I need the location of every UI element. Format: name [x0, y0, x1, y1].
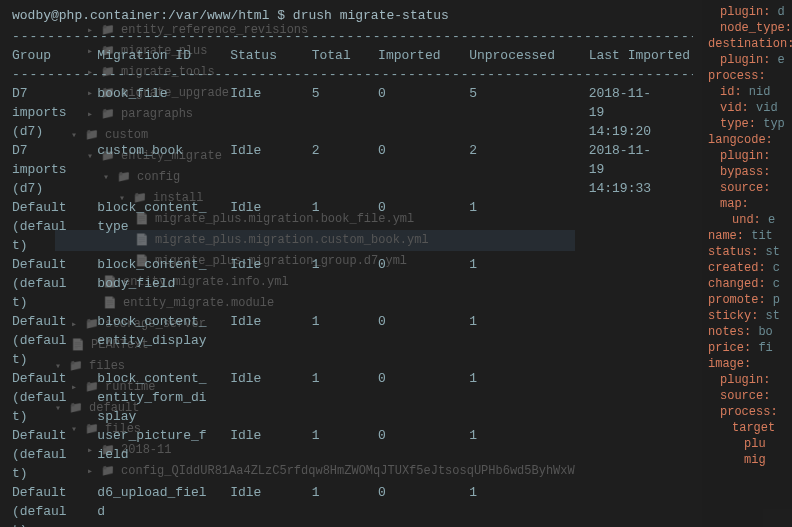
table-row: Defaultblock_content_Idle101 — [12, 371, 693, 386]
yaml-value: bo — [751, 325, 773, 339]
table-row: (defaulbody_field — [12, 276, 693, 291]
yaml-key: sticky: — [708, 309, 758, 323]
yaml-line: source: — [708, 180, 786, 196]
yaml-key: image: — [708, 357, 751, 371]
yaml-value: st — [758, 245, 780, 259]
table-row: t)splay — [12, 409, 693, 424]
yaml-key: langcode: — [708, 133, 773, 147]
yaml-value: e — [770, 53, 784, 67]
yaml-key: process: — [720, 405, 778, 419]
table-row: (defaulentity_form_di — [12, 390, 693, 405]
terminal[interactable]: wodby@php.container:/var/www/html $ drus… — [0, 0, 705, 527]
yaml-key: price: — [708, 341, 751, 355]
table-row: D7custom_bookIdle2022018-11- — [12, 143, 693, 158]
table-row: Defaultblock_content_Idle101 — [12, 257, 693, 272]
table-row: t) — [12, 295, 693, 310]
yaml-value: typ — [756, 117, 785, 131]
table-row: Defaultuser_picture_fIdle101 — [12, 428, 693, 443]
table-row: imports19 — [12, 105, 693, 120]
divider-top: ----------------------------------------… — [12, 29, 693, 44]
yaml-key: notes: — [708, 325, 751, 339]
divider-under-header: ----------------------------------------… — [12, 67, 693, 82]
hdr-total: Total — [312, 48, 378, 63]
yaml-value: tit — [744, 229, 773, 243]
yaml-line: price: fi — [708, 340, 786, 356]
table-row: (defaultype — [12, 219, 693, 234]
yaml-line: sticky: st — [708, 308, 786, 324]
yaml-value: p — [766, 293, 780, 307]
yaml-key: mig — [744, 453, 766, 467]
yaml-key: bypass: — [720, 165, 770, 179]
yaml-line: plu — [708, 436, 786, 452]
yaml-line: target — [708, 420, 786, 436]
yaml-line: bypass: — [708, 164, 786, 180]
yaml-line: changed: c — [708, 276, 786, 292]
yaml-key: promote: — [708, 293, 766, 307]
yaml-line: notes: bo — [708, 324, 786, 340]
yaml-line: image: — [708, 356, 786, 372]
table-header: Group Migration ID Status Total Imported… — [12, 48, 693, 63]
yaml-key: und: — [732, 213, 761, 227]
yaml-value: vid — [749, 101, 778, 115]
table-row: (defaulield — [12, 447, 693, 462]
yaml-key: plu — [744, 437, 766, 451]
table-row: t) — [12, 523, 693, 527]
yaml-line: id: nid — [708, 84, 786, 100]
command-text: drush migrate-status — [293, 8, 449, 23]
yaml-line: type: typ — [708, 116, 786, 132]
yaml-line: plugin: d — [708, 4, 786, 20]
yaml-line: plugin: — [708, 372, 786, 388]
yaml-line: node_type: — [708, 20, 786, 36]
yaml-panel: plugin: dnode_type:destination:plugin: e… — [702, 0, 792, 527]
table-row: (d7)14:19:33 — [12, 181, 693, 196]
yaml-key: status: — [708, 245, 758, 259]
yaml-key: destination: — [708, 37, 792, 51]
yaml-value: c — [766, 277, 780, 291]
table-row: t) — [12, 352, 693, 367]
yaml-key: type: — [720, 117, 756, 131]
yaml-key: node_type: — [720, 21, 792, 35]
yaml-key: process: — [708, 69, 766, 83]
yaml-key: created: — [708, 261, 766, 275]
table-row: Defaultblock_content_Idle101 — [12, 314, 693, 329]
prompt-line: wodby@php.container:/var/www/html $ drus… — [12, 8, 693, 23]
yaml-line: vid: vid — [708, 100, 786, 116]
hdr-last: Last Imported — [589, 48, 693, 63]
table-row: t) — [12, 238, 693, 253]
yaml-key: plugin: — [720, 5, 770, 19]
hdr-migid: Migration ID — [97, 48, 230, 63]
table-row: D7book_fileIdle5052018-11- — [12, 86, 693, 101]
yaml-line: name: tit — [708, 228, 786, 244]
table-row: (defauld — [12, 504, 693, 519]
yaml-value: d — [770, 5, 784, 19]
table-row: (d7)14:19:20 — [12, 124, 693, 139]
table-row: t) — [12, 466, 693, 481]
yaml-key: plugin: — [720, 53, 770, 67]
yaml-key: target — [732, 421, 775, 435]
yaml-key: changed: — [708, 277, 766, 291]
yaml-line: destination: — [708, 36, 786, 52]
yaml-line: status: st — [708, 244, 786, 260]
yaml-key: plugin: — [720, 149, 770, 163]
yaml-key: plugin: — [720, 373, 770, 387]
hdr-group: Group — [12, 48, 97, 63]
hdr-imported: Imported — [378, 48, 469, 63]
yaml-key: source: — [720, 389, 770, 403]
yaml-line: mig — [708, 452, 786, 468]
yaml-key: name: — [708, 229, 744, 243]
shell-prompt: wodby@php.container:/var/www/html $ — [12, 8, 285, 23]
yaml-line: map: — [708, 196, 786, 212]
yaml-value: e — [761, 213, 775, 227]
yaml-value: c — [766, 261, 780, 275]
table-row: imports19 — [12, 162, 693, 177]
hdr-unproc: Unprocessed — [469, 48, 589, 63]
yaml-key: id: — [720, 85, 742, 99]
yaml-key: map: — [720, 197, 749, 211]
yaml-line: process: — [708, 404, 786, 420]
yaml-line: plugin: — [708, 148, 786, 164]
yaml-line: plugin: e — [708, 52, 786, 68]
yaml-value: fi — [751, 341, 773, 355]
yaml-key: source: — [720, 181, 770, 195]
yaml-value: st — [758, 309, 780, 323]
table-row: Defaultblock_content_Idle101 — [12, 200, 693, 215]
